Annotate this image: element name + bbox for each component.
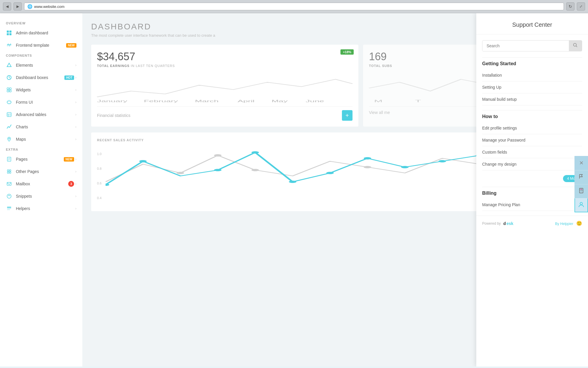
svg-line-55 [576, 46, 577, 47]
extra-section-label: EXTRA [0, 145, 82, 153]
manual-build-link[interactable]: Manual build setup [482, 93, 582, 105]
reload-button[interactable]: ↻ [566, 2, 574, 11]
powered-by-text: Powered by [482, 221, 501, 226]
svg-text:M: M [374, 100, 382, 103]
change-design-link[interactable]: Change my design [482, 158, 582, 170]
flag-icon [578, 174, 584, 181]
maps-icon [6, 136, 12, 142]
profile-icon [578, 201, 584, 209]
other-pages-label: Other Pages [16, 169, 74, 174]
desk-d: d [503, 221, 506, 226]
pricing-plan-link[interactable]: Manage Pricing Plan [482, 199, 582, 211]
sidebar-item-pages[interactable]: Pages NEW › [0, 153, 82, 165]
powered-by-row: Powered by desk [482, 221, 513, 226]
elements-chevron: › [75, 63, 76, 67]
add-earnings-button[interactable]: + [342, 110, 353, 121]
sidebar-item-other-pages[interactable]: Other Pages › [0, 165, 82, 178]
pages-label: Pages [16, 157, 62, 162]
svg-point-43 [252, 151, 259, 154]
bookmark-button[interactable] [574, 184, 588, 198]
svg-point-52 [252, 169, 259, 171]
chart-y2: 0.8 [97, 161, 101, 176]
installation-link[interactable]: Installation [482, 69, 582, 81]
widgets-icon [6, 87, 12, 93]
svg-rect-27 [7, 182, 11, 185]
forward-button[interactable]: ▶ [14, 2, 22, 11]
svg-point-47 [401, 166, 409, 168]
earnings-value: $34,657 [97, 51, 353, 63]
maps-label: Maps [16, 137, 74, 142]
dashboard-boxes-icon [6, 74, 12, 81]
svg-rect-8 [7, 88, 9, 90]
sidebar-item-elements[interactable]: Elements › [0, 59, 82, 71]
edit-profile-link[interactable]: Edit profile settings [482, 122, 582, 134]
svg-text:January: January [97, 100, 127, 103]
browser-chrome: ◀ ▶ 🌐 www.website.com ↻ ⤢ [0, 0, 588, 13]
svg-text:June: June [306, 100, 324, 103]
svg-rect-24 [9, 170, 11, 171]
svg-marker-57 [580, 189, 582, 190]
url-text: www.website.com [34, 4, 64, 9]
sidebar: OVERVIEW Admin dashboard Frontend templa… [0, 13, 82, 367]
sidebar-item-maps[interactable]: Maps › [0, 133, 82, 145]
sidebar-item-helpers[interactable]: Helpers › [0, 202, 82, 215]
sidebar-item-advanced-tables[interactable]: Advanced tables › [0, 108, 82, 121]
back-button[interactable]: ◀ [3, 2, 11, 11]
helppier-row: By Helppier 🙂 [555, 221, 582, 226]
manage-password-link[interactable]: Manage your Password [482, 134, 582, 146]
sidebar-item-forms-ui[interactable]: Forms UI › [0, 96, 82, 108]
close-panel-button[interactable]: ✕ [574, 156, 588, 170]
dashboard-boxes-badge: HOT [64, 75, 74, 80]
frontend-template-label: Frontend template [16, 43, 64, 48]
sidebar-item-snippets[interactable]: Snippets › [0, 190, 82, 202]
sidebar-item-charts[interactable]: Charts › [0, 121, 82, 133]
mailbox-icon [6, 181, 12, 187]
svg-point-42 [214, 169, 221, 171]
snippets-label: Snippets [16, 194, 74, 199]
snippets-icon [6, 193, 12, 199]
how-to-title: How to [482, 110, 582, 122]
svg-point-58 [580, 202, 582, 205]
svg-point-54 [574, 43, 577, 46]
svg-rect-25 [7, 172, 9, 173]
support-search-box [482, 40, 582, 51]
address-bar: 🌐 www.website.com [24, 3, 564, 10]
helppier-link[interactable]: By Helppier [555, 222, 573, 226]
svg-rect-56 [579, 188, 583, 193]
mailbox-chevron: › [75, 182, 76, 186]
expand-button[interactable]: ⤢ [577, 2, 585, 11]
pages-badge: NEW [64, 157, 74, 162]
svg-point-41 [139, 160, 147, 162]
svg-rect-9 [9, 88, 11, 90]
frontend-template-icon [6, 42, 12, 48]
earnings-action-row: Financial statistics + [97, 106, 353, 121]
flag-button[interactable] [574, 170, 588, 184]
sidebar-item-frontend-template[interactable]: Frontend template NEW [0, 39, 82, 51]
svg-rect-2 [7, 33, 9, 35]
support-search-button[interactable] [569, 41, 582, 51]
helpers-icon [6, 205, 12, 212]
svg-rect-3 [9, 33, 11, 35]
view-all-label: View all me [369, 110, 390, 115]
svg-point-48 [439, 160, 446, 162]
sidebar-item-mailbox[interactable]: Mailbox 3 › [0, 178, 82, 190]
pages-icon [6, 156, 12, 162]
custom-fields-link[interactable]: Custom fields [482, 146, 582, 158]
helpers-chevron: › [75, 206, 76, 211]
svg-text:T: T [415, 100, 421, 103]
svg-point-44 [289, 181, 296, 183]
svg-point-45 [326, 172, 334, 174]
sidebar-item-dashboard-boxes[interactable]: Dashboard boxes HOT › [0, 71, 82, 84]
sidebar-item-admin-dashboard[interactable]: Admin dashboard [0, 27, 82, 39]
desk-logo: desk [502, 221, 513, 226]
profile-button[interactable] [574, 198, 588, 212]
mailbox-label: Mailbox [16, 182, 66, 186]
maps-chevron: › [75, 137, 76, 141]
support-search-input[interactable] [482, 41, 569, 51]
svg-text:March: March [195, 100, 218, 103]
svg-rect-1 [9, 31, 11, 33]
setting-up-link[interactable]: Setting Up [482, 81, 582, 93]
sidebar-item-widgets[interactable]: Widgets › [0, 84, 82, 96]
svg-text:May: May [272, 100, 288, 103]
pages-chevron: › [75, 157, 76, 161]
